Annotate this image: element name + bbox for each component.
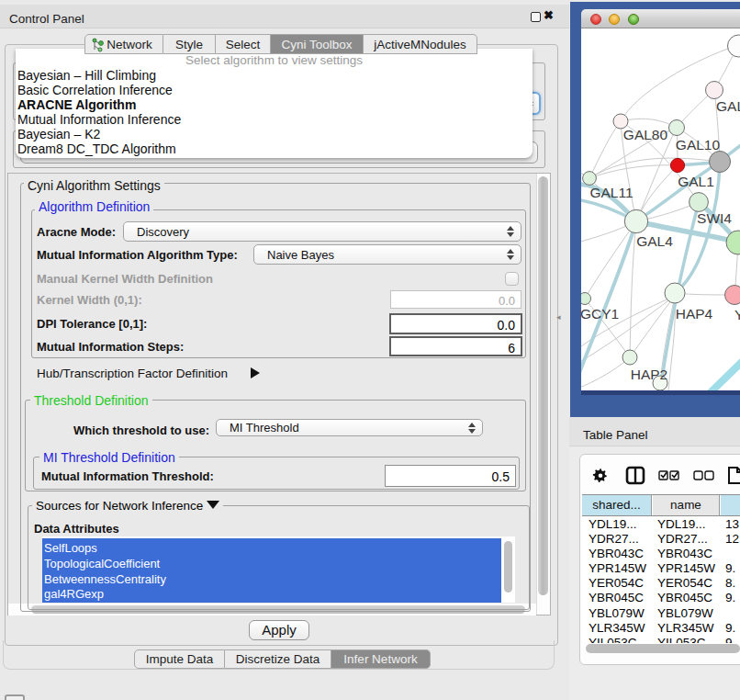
svg-text:HAP4: HAP4 (676, 306, 713, 322)
svg-text:GCY1: GCY1 (581, 306, 619, 322)
svg-text:GAL10: GAL10 (676, 137, 721, 152)
svg-text:GAL: GAL (716, 98, 740, 114)
svg-text:Y: Y (734, 307, 740, 322)
svg-text:SWI4: SWI4 (697, 210, 732, 226)
svg-text:GAL11: GAL11 (589, 185, 633, 200)
svg-text:GAL1: GAL1 (678, 174, 714, 189)
svg-text:GAL4: GAL4 (636, 233, 673, 249)
svg-text:GAL80: GAL80 (623, 127, 668, 142)
svg-text:HAP2: HAP2 (631, 367, 668, 382)
